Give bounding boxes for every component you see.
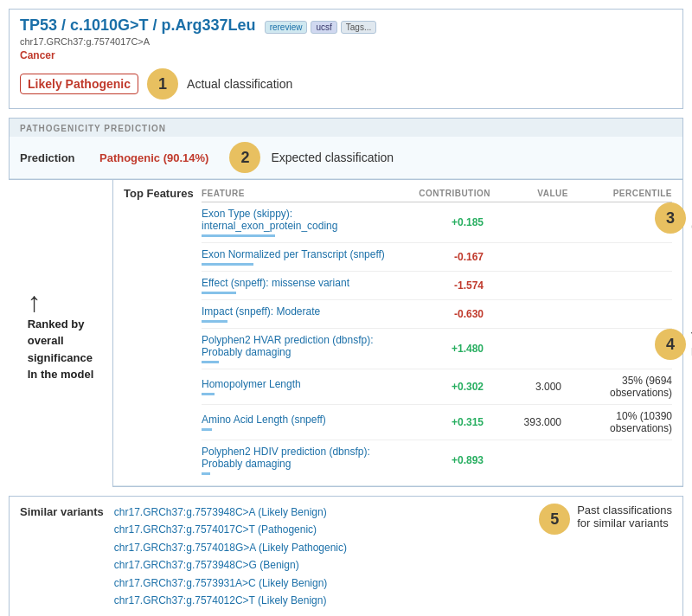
similar-list: chr17.GRCh37:g.7573948C>A (Likely Benign… — [114, 504, 520, 609]
feature-name: Homopolymer Length — [202, 378, 395, 395]
col-feature: FEATURE — [202, 189, 395, 198]
prediction-value: Pathogenic (90.14%) — [99, 151, 208, 164]
feature-value: 3.000 — [490, 381, 568, 393]
table-col-headers: FEATURE CONTRIBUTION VALUE PERCENTILE — [202, 185, 672, 202]
table-row: Amino Acid Length (snpeff)+0.315393.0001… — [202, 405, 672, 440]
list-item[interactable]: chr17.GRCh37:g.7573948C>A (Likely Benign… — [114, 504, 520, 521]
callout-text-1: Actual classification — [187, 77, 292, 91]
prediction-label: Prediction — [20, 151, 89, 164]
genomic-ref: chr17.GRCh37:g.7574017C>A — [20, 36, 672, 47]
page-title: TP53 / c.1010G>T / p.Arg337Leu — [20, 16, 256, 35]
feature-contribution: +0.315 — [395, 416, 490, 428]
feature-contribution: -0.630 — [395, 308, 490, 320]
header-section: TP53 / c.1010G>T / p.Arg337Leu rereview … — [9, 9, 683, 109]
feature-contribution: +0.185 — [395, 216, 490, 228]
callout-badge-1: 1 — [147, 68, 178, 99]
feature-percentile: 10% (10390 observations) — [568, 410, 672, 434]
tag-more[interactable]: Tags... — [341, 21, 376, 34]
prediction-section: PATHOGENICITY PREDICTION Prediction Path… — [9, 118, 683, 180]
classification-value: Likely Pathogenic — [20, 74, 138, 94]
feature-contribution: -0.167 — [395, 251, 490, 263]
similar-section: Similar variants chr17.GRCh37:g.7573948C… — [9, 496, 683, 616]
section-title: PATHOGENICITY PREDICTION — [10, 119, 682, 137]
feature-contribution: +0.893 — [395, 454, 490, 466]
tag-rereview[interactable]: rereview — [265, 21, 308, 34]
disease-badge: Cancer — [20, 49, 672, 61]
col-value: VALUE — [490, 189, 568, 198]
feature-percentile: 35% (9694 observations) — [568, 375, 672, 399]
callout-4-wrapper: 4Value relatively high or low? — [655, 329, 692, 360]
callout-badge-2: 2 — [229, 142, 260, 173]
feature-contribution: +1.480 — [395, 343, 490, 355]
ranked-arrow-icon: ↑ — [28, 288, 42, 316]
callout-badge-4: 4 — [655, 329, 686, 360]
table-row: Polyphen2 HDIV prediction (dbnsfp): Prob… — [202, 440, 672, 480]
prediction-row: Prediction Pathogenic (90.14%) 2 Expecte… — [10, 137, 682, 179]
callout-3-wrapper: 3Feature contribution (weight * value) — [655, 202, 692, 234]
main-wrapper: TP53 / c.1010G>T / p.Arg337Leu rereview … — [0, 9, 692, 616]
feature-contribution: +0.302 — [395, 381, 490, 393]
list-item[interactable]: chr17.GRCh37:g.7574017C>T (Pathogenic) — [114, 521, 520, 538]
ranked-label: Ranked by overall significance In the mo… — [28, 316, 94, 383]
feature-name: Exon Normalized per Transcript (snpeff) — [202, 248, 395, 266]
table-row: Homopolymer Length+0.3023.00035% (9694 o… — [202, 369, 672, 405]
features-content: Top Features FEATURE CONTRIBUTION VALUE … — [112, 180, 692, 487]
callout-badge-3: 3 — [655, 202, 686, 234]
feature-name: Impact (snpeff): Moderate — [202, 305, 395, 323]
feature-name: Effect (snpeff): missense variant — [202, 277, 395, 294]
feature-name: Polyphen2 HVAR prediction (dbnsfp): Prob… — [202, 334, 395, 363]
list-item[interactable]: chr17.GRCh37:g.7574012C>T (Likely Benign… — [114, 592, 520, 609]
table-row: Effect (snpeff): missense variant-1.574 — [202, 272, 672, 300]
feature-name: Amino Acid Length (snpeff) — [202, 414, 395, 431]
tag-ucsf[interactable]: ucsf — [311, 21, 336, 34]
callout-text-5: Past classifications for similar variant… — [577, 504, 672, 529]
ranked-left: ↑ Ranked by overall significance In the … — [0, 180, 112, 487]
feature-name: Polyphen2 HDIV prediction (dbnsfp): Prob… — [202, 446, 395, 475]
tag-group: rereview ucsf Tags... — [265, 21, 377, 34]
col-percentile: PERCENTILE — [568, 189, 672, 198]
col-contribution: CONTRIBUTION — [395, 189, 490, 198]
feature-rows: Exon Type (skippy): internal_exon_protei… — [202, 202, 672, 480]
features-header-row: Top Features FEATURE CONTRIBUTION VALUE … — [113, 180, 682, 486]
table-row: Exon Normalized per Transcript (snpeff)-… — [202, 243, 672, 272]
list-item[interactable]: chr17.GRCh37:g.7573948C>G (Benign) — [114, 556, 520, 574]
table-row: Exon Type (skippy): internal_exon_protei… — [202, 202, 672, 243]
callout-text-2: Expected classification — [271, 151, 394, 164]
callout-badge-5: 5 — [539, 504, 570, 535]
features-table-wrap: FEATURE CONTRIBUTION VALUE PERCENTILE Ex… — [202, 185, 672, 480]
list-item[interactable]: chr17.GRCh37:g.7573931A>C (Likely Benign… — [114, 574, 520, 592]
feature-name: Exon Type (skippy): internal_exon_protei… — [202, 208, 395, 237]
table-row: Polyphen2 HVAR prediction (dbnsfp): Prob… — [202, 329, 672, 369]
ranked-section: ↑ Ranked by overall significance In the … — [0, 180, 692, 487]
feature-contribution: -1.574 — [395, 279, 490, 292]
feature-value: 393.000 — [490, 416, 568, 428]
list-item[interactable]: chr17.GRCh37:g.7574018G>A (Likely Pathog… — [114, 539, 520, 556]
similar-label: Similar variants — [20, 504, 104, 609]
top-features-label: Top Features — [124, 185, 202, 200]
classification-row: Likely Pathogenic 1 Actual classificatio… — [20, 68, 672, 99]
table-row: Impact (snpeff): Moderate-0.630 — [202, 300, 672, 329]
